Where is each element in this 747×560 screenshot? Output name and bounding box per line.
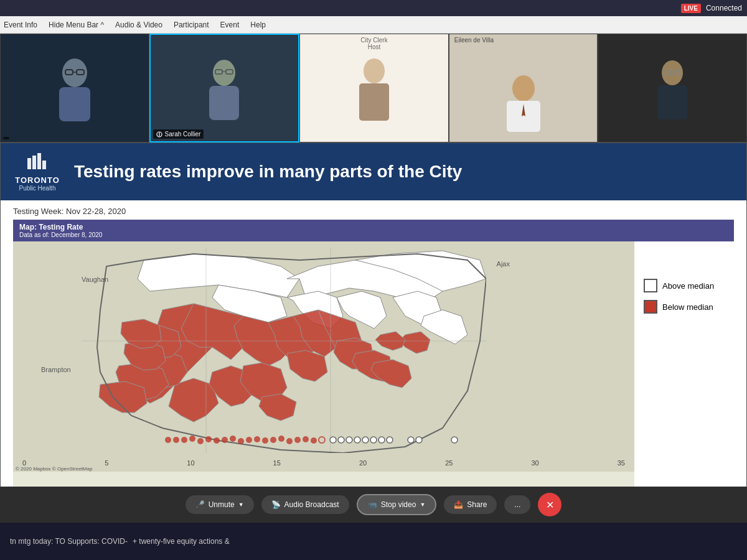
slide-body: Testing Week: Nov 22-28, 2020 Map: Testi… [1, 200, 746, 528]
legend-above-label: Above median [662, 281, 714, 291]
svg-point-79 [319, 437, 325, 443]
chat-text-1: tn mtg today: TO Supports: COVID- [10, 537, 128, 546]
video-tile-cityclerk: City Clerk Host [299, 34, 449, 142]
tph-logo: TORONTO Public Health [9, 152, 65, 192]
menu-hide-menu[interactable]: Hide Menu Bar ^ [49, 21, 104, 29]
svg-point-84 [362, 437, 369, 443]
map-container: Vaughan Brampton Ajax [13, 241, 634, 503]
svg-rect-22 [27, 158, 31, 169]
svg-point-63 [189, 436, 195, 442]
video-tile-5 [598, 34, 747, 142]
tph-sub-text: Public Health [19, 185, 56, 192]
svg-point-72 [262, 437, 268, 444]
unmute-button[interactable]: 🎤 Unmute ▼ [186, 495, 254, 514]
svg-rect-25 [42, 161, 46, 169]
map-date-text: Data as of: December 8, 2020 [19, 231, 728, 238]
map-section: Vaughan Brampton Ajax [13, 241, 734, 503]
presentation-slide: TORONTO Public Health Testing rates impr… [0, 142, 747, 528]
chat-area: tn mtg today: TO Supports: COVID- + twen… [0, 523, 747, 560]
svg-point-76 [294, 437, 301, 443]
map-credit: © 2020 Mapbox © OpenStreetMap [16, 466, 92, 472]
slide-title: Testing rates improve in many parts of t… [74, 161, 462, 182]
legend-below: Below median [644, 300, 725, 314]
legend-above: Above median [644, 279, 725, 292]
svg-point-64 [197, 438, 204, 444]
svg-rect-1 [59, 87, 90, 121]
legend-below-box [644, 300, 657, 314]
slide-header: TORONTO Public Health Testing rates impr… [1, 143, 746, 200]
video-tile-sarah: Sarah Collier [149, 34, 300, 142]
svg-point-71 [254, 436, 260, 442]
svg-point-88 [408, 437, 414, 443]
svg-marker-50 [371, 360, 411, 388]
menu-help[interactable]: Help [250, 21, 266, 29]
connected-status: Connected [706, 4, 742, 12]
audio-broadcast-button[interactable]: 📡 Audio Broadcast [261, 495, 349, 514]
svg-point-70 [246, 437, 252, 443]
share-button[interactable]: 📤 Share [444, 495, 497, 514]
svg-point-14 [512, 75, 535, 101]
chat-text-2: + twenty-five equity actions & [133, 537, 230, 546]
video-tile-eileen: Eileen de Villa [449, 34, 598, 142]
legend-below-label: Below median [662, 302, 713, 312]
svg-rect-6 [209, 86, 239, 120]
svg-point-77 [303, 436, 309, 442]
svg-point-80 [330, 437, 336, 443]
participant-label-1 [3, 137, 9, 139]
audio-icon: 📡 [271, 500, 281, 509]
svg-point-86 [378, 437, 385, 443]
map-header: Map: Testing Rate Data as of: December 8… [13, 220, 734, 241]
svg-point-12 [364, 58, 385, 83]
svg-point-61 [173, 437, 179, 443]
more-button[interactable]: ... [504, 495, 530, 514]
video-tile-1 [0, 34, 149, 142]
mic-icon: 🎤 [195, 500, 205, 509]
menu-event-info[interactable]: Event Info [4, 21, 37, 29]
scatter-dots [26, 432, 622, 448]
tph-icon [26, 152, 49, 174]
menu-event[interactable]: Event [220, 21, 240, 29]
svg-point-90 [451, 437, 458, 443]
live-badge: LIVE [681, 4, 701, 13]
menu-bar: Event Info Hide Menu Bar ^ Audio & Video… [0, 16, 747, 34]
svg-rect-24 [37, 153, 41, 169]
map-label-ajax: Ajax [497, 260, 510, 268]
controls-bar: 🎤 Unmute ▼ 📡 Audio Broadcast 📹 Stop vide… [0, 487, 747, 523]
svg-point-74 [278, 436, 284, 442]
unmute-dropdown[interactable]: ▼ [238, 502, 244, 508]
legend-area: Above median Below median [634, 241, 734, 503]
map-title-text: Map: Testing Rate [19, 223, 728, 231]
svg-point-67 [222, 437, 228, 443]
svg-point-85 [370, 437, 377, 443]
x-axis: 0 5 10 15 20 25 30 35 [22, 459, 625, 467]
video-dropdown[interactable]: ▼ [420, 502, 425, 508]
svg-point-65 [205, 436, 212, 442]
svg-rect-23 [32, 156, 36, 169]
tph-toronto-text: TORONTO [15, 175, 60, 185]
menu-participant[interactable]: Participant [174, 21, 209, 29]
legend-above-box [644, 279, 657, 292]
end-call-button[interactable]: ✕ [538, 493, 561, 516]
svg-rect-18 [657, 85, 687, 119]
svg-point-81 [338, 437, 344, 443]
toronto-map-svg [19, 248, 486, 453]
svg-point-69 [238, 438, 244, 444]
host-label: City Clerk Host [360, 37, 387, 50]
video-area: Sarah Collier City Clerk Host Eileen de … [0, 34, 747, 142]
end-call-icon: ✕ [546, 499, 554, 511]
menu-audio-video[interactable]: Audio & Video [115, 21, 162, 29]
svg-marker-46 [259, 394, 296, 421]
svg-point-68 [230, 436, 236, 442]
share-icon: 📤 [454, 500, 463, 509]
testing-week: Testing Week: Nov 22-28, 2020 [13, 207, 734, 216]
video-icon: 📹 [368, 500, 377, 509]
stop-video-button[interactable]: 📹 Stop video ▼ [357, 494, 437, 515]
svg-point-87 [387, 437, 393, 443]
svg-point-83 [354, 437, 360, 443]
map-inner: Vaughan Brampton Ajax [13, 241, 634, 472]
svg-point-66 [214, 437, 220, 444]
svg-point-5 [213, 60, 235, 86]
svg-point-60 [165, 437, 171, 443]
svg-point-62 [181, 437, 187, 443]
svg-point-89 [416, 437, 422, 443]
